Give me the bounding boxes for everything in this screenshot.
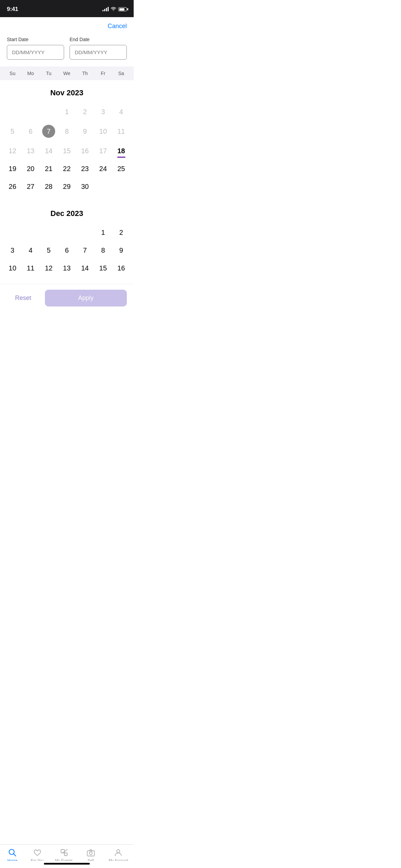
- cal-day[interactable]: 28: [40, 178, 58, 195]
- status-icons: [102, 7, 127, 12]
- date-inputs-section: Start Date End Date: [0, 33, 134, 67]
- camera-icon: [86, 848, 95, 857]
- cal-day[interactable]: 2: [112, 224, 130, 241]
- cal-day-empty: [112, 178, 130, 195]
- svg-rect-4: [64, 853, 67, 856]
- header: Cancel: [0, 17, 134, 33]
- search-icon: [8, 848, 17, 857]
- tab-home[interactable]: Home: [2, 848, 23, 868]
- month-nov-2023: Nov 2023 1 2 3 4 5 6 7 8 9 10 11 12 13 1…: [0, 82, 134, 195]
- tab-my-events[interactable]: My Events: [52, 848, 76, 868]
- svg-point-7: [117, 850, 120, 853]
- cal-day[interactable]: 22: [58, 160, 76, 178]
- svg-line-3: [63, 849, 67, 853]
- day-su: Su: [3, 71, 22, 76]
- cal-day[interactable]: 12: [3, 142, 22, 160]
- cal-day[interactable]: 5: [40, 241, 58, 259]
- tab-for-you-label: For You: [31, 858, 44, 863]
- day-fr: Fr: [94, 71, 112, 76]
- tab-my-account[interactable]: My Account: [105, 848, 132, 868]
- tab-bar: Home For You My Events Sel: [0, 844, 134, 868]
- cal-day[interactable]: 17: [94, 142, 112, 160]
- cal-day[interactable]: 13: [22, 142, 40, 160]
- cal-day[interactable]: 4: [22, 241, 40, 259]
- status-bar: 9:41: [0, 0, 134, 17]
- cal-day[interactable]: 10: [3, 259, 22, 277]
- tag-icon: [60, 848, 69, 857]
- cal-day[interactable]: 26: [3, 178, 22, 195]
- cal-day[interactable]: 9: [76, 121, 94, 142]
- cal-day[interactable]: 15: [94, 259, 112, 277]
- cal-day[interactable]: 8: [94, 241, 112, 259]
- apply-button[interactable]: Apply: [45, 290, 127, 306]
- day-headers: Su Mo Tu We Th Fr Sa: [0, 67, 134, 80]
- cal-day[interactable]: 4: [112, 103, 130, 121]
- wifi-icon: [111, 7, 116, 12]
- cal-day[interactable]: 11: [22, 259, 40, 277]
- cal-day[interactable]: 10: [94, 121, 112, 142]
- cal-day-empty: [40, 224, 58, 241]
- cal-day[interactable]: 13: [58, 259, 76, 277]
- cal-day[interactable]: 21: [40, 160, 58, 178]
- cal-day[interactable]: 27: [22, 178, 40, 195]
- cancel-button[interactable]: Cancel: [108, 23, 127, 30]
- cal-day-empty: [3, 224, 22, 241]
- cal-day[interactable]: 2: [76, 103, 94, 121]
- end-date-label: End Date: [70, 37, 127, 42]
- cal-day[interactable]: 3: [94, 103, 112, 121]
- dec-calendar-grid: 1 2 3 4 5 6 7 8 9 10 11 12 13 14 15 16: [3, 224, 130, 277]
- cal-day-today[interactable]: 18: [112, 142, 130, 160]
- tab-my-account-label: My Account: [109, 858, 128, 863]
- battery-icon: [118, 7, 127, 11]
- tab-sell[interactable]: Sell: [81, 848, 101, 868]
- nov-calendar-grid: 1 2 3 4 5 6 7 8 9 10 11 12 13 14 15 16 1…: [3, 103, 130, 195]
- svg-point-6: [89, 852, 92, 855]
- day-th: Th: [76, 71, 94, 76]
- cal-day[interactable]: 7: [76, 241, 94, 259]
- month-title-nov: Nov 2023: [3, 88, 130, 97]
- cal-day[interactable]: 20: [22, 160, 40, 178]
- end-date-input[interactable]: [70, 45, 127, 60]
- cal-day[interactable]: 25: [112, 160, 130, 178]
- cal-day-selected[interactable]: 7: [40, 121, 58, 142]
- bottom-actions: Reset Apply: [0, 284, 134, 312]
- cal-day[interactable]: 1: [94, 224, 112, 241]
- cal-day[interactable]: 5: [3, 121, 22, 142]
- day-tu: Tu: [40, 71, 58, 76]
- reset-button[interactable]: Reset: [7, 290, 39, 306]
- cal-day[interactable]: 3: [3, 241, 22, 259]
- svg-line-1: [14, 854, 16, 856]
- cal-day-empty: [76, 224, 94, 241]
- end-date-field: End Date: [70, 37, 127, 60]
- cal-day[interactable]: 30: [76, 178, 94, 195]
- start-date-input[interactable]: [7, 45, 64, 60]
- cal-day[interactable]: 16: [112, 259, 130, 277]
- person-icon: [114, 848, 123, 857]
- cal-day-empty: [58, 224, 76, 241]
- cal-day-empty: [40, 103, 58, 121]
- cal-day[interactable]: 1: [58, 103, 76, 121]
- cal-day[interactable]: 23: [76, 160, 94, 178]
- svg-rect-2: [61, 849, 64, 853]
- tab-for-you[interactable]: For You: [27, 848, 48, 868]
- cal-day[interactable]: 29: [58, 178, 76, 195]
- start-date-field: Start Date: [7, 37, 64, 60]
- start-date-label: Start Date: [7, 37, 64, 42]
- cal-day[interactable]: 8: [58, 121, 76, 142]
- cal-day[interactable]: 6: [22, 121, 40, 142]
- cal-day[interactable]: 9: [112, 241, 130, 259]
- cal-day[interactable]: 12: [40, 259, 58, 277]
- cal-day[interactable]: 6: [58, 241, 76, 259]
- cal-day[interactable]: 19: [3, 160, 22, 178]
- cal-day[interactable]: 11: [112, 121, 130, 142]
- tab-home-label: Home: [8, 858, 17, 863]
- day-we: We: [58, 71, 76, 76]
- cal-day[interactable]: 14: [76, 259, 94, 277]
- signal-icon: [102, 7, 109, 11]
- cal-day-empty: [22, 103, 40, 121]
- cal-day[interactable]: 24: [94, 160, 112, 178]
- cal-day[interactable]: 15: [58, 142, 76, 160]
- cal-day[interactable]: 14: [40, 142, 58, 160]
- cal-day[interactable]: 16: [76, 142, 94, 160]
- tab-sell-label: Sell: [87, 858, 94, 863]
